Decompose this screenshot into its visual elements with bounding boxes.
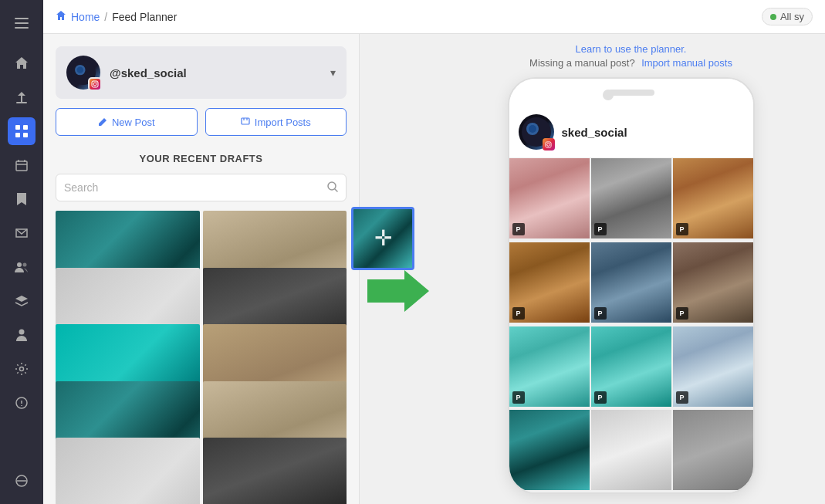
bookmark-nav-icon[interactable] [8,185,36,213]
feed-cell: P [673,242,753,323]
svg-rect-8 [16,161,27,171]
p-badge: P [512,307,525,320]
p-badge: P [594,223,607,235]
feed-cell: P [591,326,671,407]
missing-text: Missing a manual post? [529,57,635,69]
right-panel: Learn to use the planner. Missing a manu… [437,34,825,504]
warning-nav-icon[interactable] [8,389,36,417]
breadcrumb: Home / Feed Planner [56,10,177,23]
p-badge: P [594,307,607,320]
person-nav-icon[interactable] [8,321,36,349]
feed-cell: P [509,242,590,323]
search-input[interactable] [64,181,327,194]
home-nav-icon[interactable] [8,49,36,77]
phone-speaker [603,90,614,100]
phone-profile: sked_social [509,108,753,158]
svg-rect-22 [242,118,249,124]
inbox-nav-icon[interactable] [8,219,36,247]
account-name: @sked_social [110,66,321,79]
svg-rect-2 [15,27,29,29]
svg-point-12 [20,367,24,371]
svg-rect-1 [15,22,29,24]
users-nav-icon[interactable] [8,253,36,281]
crosshair-icon: ✛ [374,225,392,251]
learn-link[interactable]: Learn to use the planner. [576,43,687,55]
feed-cell: P [509,158,590,238]
breadcrumb-separator: / [104,11,107,23]
settings-nav-icon[interactable] [8,355,36,383]
svg-point-10 [23,263,27,267]
feed-cell: P [673,326,753,407]
svg-point-11 [19,330,25,335]
svg-point-28 [529,125,536,133]
top-hint: Learn to use the planner. Missing a manu… [529,42,732,69]
content-split: @sked_social ▾ New Post Import Posts [43,34,825,504]
account-avatar [66,56,100,90]
drafts-grid [43,211,359,504]
feed-cell [591,410,671,490]
layers-nav-icon[interactable] [8,287,36,315]
svg-line-24 [335,189,337,191]
svg-point-21 [96,82,97,83]
p-badge: P [676,307,688,320]
svg-point-31 [549,142,550,143]
svg-point-30 [547,143,550,146]
svg-marker-25 [367,270,429,312]
left-nav [0,0,43,504]
upload-nav-icon[interactable] [8,83,36,111]
chevron-down-icon: ▾ [330,66,336,79]
feed-cell [509,410,590,490]
drafts-section: YOUR RECENT DRAFTS [43,147,359,504]
p-badge: P [676,391,688,404]
calendar-nav-icon[interactable] [8,151,36,179]
new-post-button[interactable]: New Post [56,108,198,136]
phone-avatar [519,114,554,150]
p-badge: P [512,223,525,235]
feed-cell: P [673,158,753,238]
edit-icon [98,117,107,127]
p-badge: P [594,391,607,404]
phone-top [509,79,753,108]
account-selector[interactable]: @sked_social ▾ [56,46,347,99]
phone-mockup: sked_social P P P P [508,77,755,494]
left-panel: @sked_social ▾ New Post Import Posts [43,34,360,504]
draft-item[interactable] [56,438,200,504]
breadcrumb-home[interactable]: Home [71,11,100,23]
svg-rect-4 [15,125,20,130]
svg-rect-0 [15,18,29,19]
search-icon[interactable] [327,181,338,194]
import-link[interactable]: Import manual posts [641,57,732,69]
action-buttons: New Post Import Posts [43,108,359,147]
home-icon [56,10,66,23]
instagram-badge [88,77,102,91]
main-area: Home / Feed Planner All sy [43,0,825,504]
import-icon [241,117,250,127]
svg-rect-5 [23,125,28,130]
feed-cell [673,410,753,490]
drafts-title: YOUR RECENT DRAFTS [43,147,359,174]
search-bar [56,174,347,201]
top-bar: Home / Feed Planner All sy [43,0,825,34]
middle-area: ✛ [360,34,437,504]
hamburger-menu-icon[interactable] [8,9,36,37]
drag-preview: ✛ [351,207,414,270]
draft-item[interactable] [203,438,347,504]
feed-cell: P [591,242,671,323]
right-arrow-icon [367,270,429,312]
phone-instagram-badge [543,138,555,151]
forbidden-nav-icon[interactable] [8,467,36,495]
sync-label: All sy [780,11,804,22]
sync-status: All sy [762,8,813,25]
svg-rect-6 [15,133,20,137]
svg-point-9 [17,262,22,267]
phone-feed: P P P P P P [509,158,753,492]
grid-nav-icon[interactable] [8,117,36,145]
phone-camera [608,90,654,96]
svg-point-18 [77,66,83,73]
svg-rect-7 [23,133,28,137]
p-badge: P [676,223,688,235]
import-posts-button[interactable]: Import Posts [205,108,347,136]
drag-preview-box: ✛ [351,207,414,270]
feed-cell: P [591,158,671,238]
p-badge: P [512,391,525,404]
